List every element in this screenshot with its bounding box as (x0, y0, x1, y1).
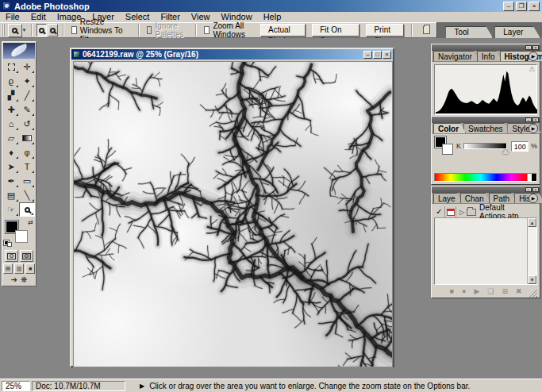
doc-size-indicator[interactable]: Doc: 10.7M/10.7M (32, 381, 125, 391)
move-tool[interactable]: ✛ (19, 60, 35, 74)
checkbox-box[interactable] (71, 26, 77, 34)
app-title-bar[interactable]: Adobe Photoshop – ❐ × (0, 0, 542, 12)
slice-tool[interactable]: ╱ (19, 88, 35, 102)
palette-resize-grip[interactable] (529, 289, 537, 298)
swap-colors-icon[interactable]: ⇄ (28, 219, 33, 226)
imageready-icon[interactable]: ❋ (21, 275, 27, 284)
play-selection-icon[interactable]: ▶ (474, 287, 479, 295)
print-size-button[interactable]: Print Size (366, 24, 404, 37)
eyedropper-tool[interactable]: ╲ (19, 188, 35, 202)
palette-title-strip[interactable]: – × (432, 117, 540, 123)
expand-triangle-icon[interactable]: ▷ (459, 209, 464, 216)
zoom-out-mode-button[interactable] (48, 24, 58, 37)
actions-scrollbar[interactable]: ▲ ▼ (527, 218, 536, 284)
fullscreen-menubar-button[interactable]: ▥ (14, 263, 24, 274)
menu-file[interactable]: File (0, 12, 25, 22)
doc-minimize-button[interactable]: – (363, 51, 372, 59)
standard-mode-button[interactable] (5, 250, 18, 262)
fit-on-screen-button[interactable]: Fit On Screen (312, 24, 359, 37)
options-bar-gripper[interactable] (2, 24, 5, 37)
dodge-tool[interactable]: φ (19, 145, 35, 159)
palette-menu-icon[interactable]: ▶ (529, 52, 538, 61)
palette-menu-icon[interactable]: ▶ (529, 194, 538, 203)
action-toggle-checkmark[interactable]: ✓ (434, 206, 445, 218)
zoom-all-windows-checkbox[interactable]: Zoom All Windows (204, 21, 254, 39)
gradient-tool[interactable] (19, 131, 35, 145)
palette-title-strip[interactable]: – × (432, 186, 540, 193)
standard-screen-button[interactable]: ▤ (3, 263, 13, 274)
fullscreen-button[interactable]: ■ (25, 263, 35, 274)
palette-color-swatches[interactable] (434, 136, 455, 156)
document-title-bar[interactable]: 06412199.raw @ 25% (Gray/16) – □ × (71, 49, 393, 60)
adobe-feather-logo[interactable] (3, 43, 35, 59)
current-tool-button[interactable] (8, 24, 22, 37)
history-brush-tool[interactable]: ↺ (19, 117, 35, 131)
color-tab-swatches[interactable]: Swatches (463, 123, 509, 133)
tool-presets-tab[interactable]: Tool Presets (445, 26, 493, 38)
modal-control-cell[interactable] (445, 206, 456, 218)
palette-menu-icon[interactable]: ▶ (529, 124, 538, 133)
new-set-icon[interactable]: ❏ (487, 287, 494, 295)
pen-tool[interactable]: ✒ (3, 174, 19, 188)
rectangular-marquee-tool[interactable] (3, 60, 19, 74)
zoom-in-mode-button[interactable] (37, 24, 47, 37)
palette-minimize-icon[interactable]: – (525, 45, 532, 50)
histogram-tab-navigator[interactable]: Navigator (433, 51, 479, 61)
histogram-tab-info[interactable]: Info (477, 51, 502, 61)
status-menu-arrow-icon[interactable]: ▶ (140, 382, 144, 390)
color-tab-color[interactable]: Color (433, 123, 466, 133)
shape-tool[interactable]: ▭ (19, 174, 35, 188)
palette-minimize-icon[interactable]: – (525, 117, 532, 122)
delete-icon[interactable]: ✖ (516, 287, 522, 295)
blur-tool[interactable]: ♦ (3, 145, 19, 159)
scroll-down-icon[interactable]: ▼ (528, 275, 536, 284)
begin-recording-icon[interactable]: ● (462, 287, 466, 295)
background-color-swatch[interactable] (15, 230, 28, 243)
crop-tool[interactable]: ▞ (3, 88, 19, 102)
doc-close-button[interactable]: × (382, 51, 391, 59)
tool-preset-dropdown[interactable]: ▼ (22, 24, 27, 37)
magic-wand-tool[interactable]: ✦ (19, 74, 35, 88)
brush-tool[interactable]: ✎ (19, 102, 35, 117)
default-colors-icon[interactable] (4, 240, 12, 247)
minimize-button[interactable]: – (503, 2, 514, 11)
palette-close-icon[interactable]: × (532, 187, 539, 192)
hand-tool[interactable]: ☞ (3, 202, 19, 217)
actions-tab-laye[interactable]: Laye (433, 193, 463, 203)
clone-stamp-tool[interactable]: ⌂ (3, 117, 19, 131)
doc-maximize-button[interactable]: □ (373, 51, 382, 59)
actions-tab-path[interactable]: Path (489, 193, 517, 203)
action-set-row[interactable]: ✓ ▷ Default Actions.atn (434, 206, 537, 218)
restore-button[interactable]: ❐ (516, 2, 527, 11)
quick-mask-mode-button[interactable] (20, 250, 33, 262)
lasso-tool[interactable]: ϱ (3, 74, 19, 88)
document-canvas-terrain-image[interactable] (73, 61, 393, 367)
type-tool[interactable]: T (19, 159, 35, 174)
palette-minimize-icon[interactable]: – (525, 187, 532, 192)
palette-close-icon[interactable]: × (532, 117, 539, 122)
path-selection-tool[interactable]: ➤ (3, 159, 19, 174)
eraser-tool[interactable]: ▱ (3, 131, 19, 145)
actions-list-area[interactable]: ▲ ▼ (434, 218, 537, 285)
black-swatch[interactable] (532, 174, 536, 181)
new-action-icon[interactable]: ⊞ (502, 287, 508, 295)
close-button[interactable]: × (529, 2, 540, 11)
spectrum-gradient[interactable] (435, 174, 527, 181)
k-slider[interactable] (463, 143, 507, 149)
menu-edit[interactable]: Edit (25, 12, 52, 22)
notes-tool[interactable]: ▤ (3, 188, 19, 202)
scroll-up-icon[interactable]: ▲ (528, 218, 536, 227)
color-spectrum-ramp[interactable] (434, 173, 537, 182)
palette-title-strip[interactable]: – × (432, 44, 540, 51)
actual-pixels-button[interactable]: Actual Pixels (260, 24, 306, 37)
k-value-field[interactable]: 100 (511, 141, 529, 152)
menu-help[interactable]: Help (258, 12, 287, 22)
zoom-level-field[interactable]: 25% (2, 381, 30, 391)
stop-playing-icon[interactable]: ■ (450, 287, 454, 295)
checkbox-box[interactable] (204, 26, 209, 34)
palette-close-icon[interactable]: × (532, 45, 539, 50)
layer-comps-tab[interactable]: Layer Comps (494, 26, 540, 38)
file-browser-icon[interactable] (423, 26, 430, 34)
zoom-tool[interactable] (19, 202, 35, 217)
k-slider-thumb[interactable] (502, 149, 509, 154)
